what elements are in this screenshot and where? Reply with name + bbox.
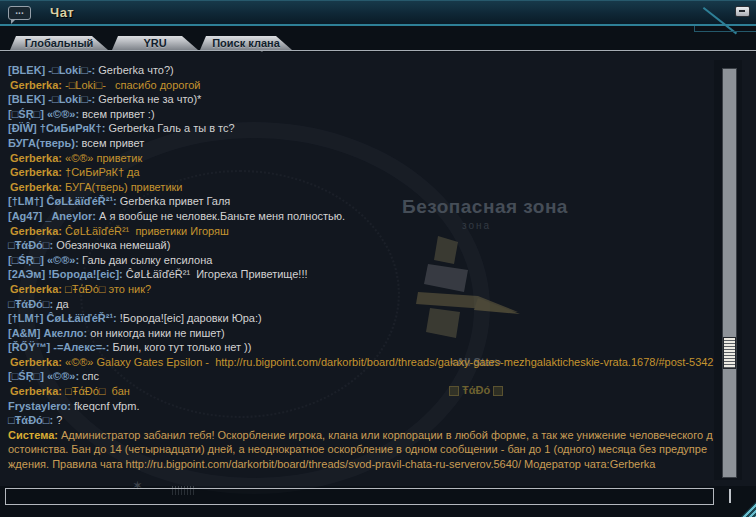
chat-message: Frystaylero: fkeqcnf vfpm. — [8, 399, 714, 414]
chat-message: [BLEK] -□Loki□-: Gerberka что?) — [8, 63, 714, 78]
sender-name: □ŦάĐó□: — [8, 239, 53, 251]
message-text: ĈøLŁäîďéŘ²¹ Игореха Приветище!!! — [123, 268, 308, 280]
tab-clan-search[interactable]: Поиск клана — [200, 36, 292, 50]
chat-message: □ŦάĐó□: да — [8, 297, 714, 312]
chat-window: ... Чат Глобальный YRU Поиск клана Безоп… — [0, 0, 756, 517]
message-text: Gerberka что?) — [95, 64, 174, 76]
message-text: Gerberka привет Галя — [117, 195, 231, 207]
sender-name: Gerberka: — [10, 283, 62, 295]
chat-message: [Ag47] _Aneylor: А я вообще не человек.Б… — [8, 209, 714, 224]
sender-name: Gerberka: — [10, 385, 62, 397]
sender-name: [□ŚŖ□] «©®»: — [8, 370, 79, 382]
chat-message: [2АЭм] !Борода![eic]: ĈøLŁäîďéŘ²¹ Игорех… — [8, 267, 714, 282]
sender-name: [A&M] Акелло: — [8, 327, 87, 339]
chat-message: [BLEK] -□Loki□-: Gerberka не за что)* — [8, 92, 714, 107]
message-text: да — [53, 298, 69, 310]
sender-name: [BLEK] -□Loki□-: — [8, 64, 95, 76]
sender-name: □ŦάĐó□: — [8, 414, 53, 426]
tab-underline — [0, 50, 756, 51]
chat-message-list: [BLEK] -□Loki□-: Gerberka что?)Gerberka:… — [8, 63, 714, 472]
scrollbar-thumb[interactable] — [722, 68, 737, 478]
message-text: ? — [53, 414, 62, 426]
chat-message: Gerberka: БУГА(тверь) приветики — [8, 180, 714, 195]
sender-name: Gerberka: — [10, 166, 62, 178]
message-text: fkeqcnf vfpm. — [71, 400, 139, 412]
chat-message: [ŘŐŸ™] -=Алекс=-: Блин, кого тут только … — [8, 340, 714, 355]
sender-name: [ŘŐŸ™] -=Алекс=-: — [8, 341, 109, 353]
message-text: спс — [79, 370, 99, 382]
message-text: Галь даи сылку епсилона — [79, 254, 212, 266]
chat-message: [†LM†] ĈøLŁäïďéŘ²¹: Gerberka привет Галя — [8, 194, 714, 209]
sender-name: □ŦάĐó□: — [8, 298, 53, 310]
chat-message: [ĐÏŴ] †СиБиРяК†: Gerberka Галь а ты в тс… — [8, 121, 714, 136]
chat-message: [□ŚŖ□] «©®»: всем привет :) — [8, 107, 714, 122]
title-bar[interactable]: ... Чат — [0, 0, 756, 26]
sender-name: [2АЭм] !Борода![eic]: — [8, 268, 123, 280]
scrollbar-grip[interactable] — [723, 337, 736, 369]
message-text: «©®» приветик — [62, 152, 142, 164]
message-text: БУГА(тверь) приветики — [62, 181, 183, 193]
sender-name: [□ŚŖ□] «©®»: — [8, 254, 79, 266]
minimize-button[interactable] — [735, 6, 750, 17]
chat-message: Gerberka: □ŦάĐó□ бан — [8, 384, 714, 399]
message-text: всем привет — [79, 137, 145, 149]
message-text: А я вообще не человек.Баньте меня полнос… — [96, 210, 345, 222]
sender-name: Gerberka: — [10, 356, 62, 368]
chat-message: Gerberka: «©®» Galaxy Gates Epsilon - ht… — [8, 355, 714, 370]
input-caret-decor — [729, 489, 731, 503]
chat-message: Gerberka: «©®» приветик — [8, 151, 714, 166]
message-text: «©®» Galaxy Gates Epsilon - http://ru.bi… — [62, 356, 714, 368]
titlebar-step-decor — [694, 26, 756, 32]
message-text: -□Loki□- спасибо дорогой — [62, 79, 201, 91]
sender-name: Gerberka: — [10, 181, 62, 193]
sender-name: Система: — [8, 429, 58, 441]
sender-name: [□ŚŖ□] «©®»: — [8, 108, 79, 120]
sender-name: БУГА(тверь): — [8, 137, 79, 149]
message-text: Администратор забанил тебя! Оскорбление … — [8, 429, 713, 470]
chat-message: Gerberka: ĈøLŁäîďéŘ²¹ приветики Игоряш — [8, 224, 714, 239]
chat-message: [□ŚŖ□] «©®»: Галь даи сылку епсилона — [8, 253, 714, 268]
tab-global[interactable]: Глобальный — [10, 36, 108, 50]
minimize-icon — [739, 10, 745, 12]
chat-message: Gerberka: □ŦάĐó□ это ник? — [8, 282, 714, 297]
chat-message: Gerberka: †СиБиРяК† да — [8, 165, 714, 180]
resize-handle[interactable] — [741, 502, 756, 517]
chat-message: □ŦάĐó□: ? — [8, 413, 714, 428]
tab-yru[interactable]: YRU — [112, 36, 198, 50]
window-title: Чат — [50, 5, 74, 20]
message-text: он никогда ники не пишет) — [87, 327, 225, 339]
message-text: †СиБиРяК† да — [62, 166, 140, 178]
message-text: Блин, кого тут только нет )) — [109, 341, 251, 353]
message-text: Gerberka не за что)* — [95, 93, 201, 105]
chat-message-system: Система: Администратор забанил тебя! Оск… — [8, 428, 714, 472]
chat-input[interactable] — [5, 488, 714, 505]
sender-name: [†LM†] ĈøLŁäïďéŘ²¹: — [8, 312, 117, 324]
message-text: всем привет :) — [79, 108, 155, 120]
chat-bubble-icon: ... — [8, 6, 31, 20]
sender-name: [ĐÏŴ] †СиБиРяК†: — [8, 122, 105, 134]
sender-name: [†LM†] ĈøLŁäïďéŘ²¹: — [8, 195, 117, 207]
chat-message: [†LM†] ĈøLŁäïďéŘ²¹: !Борода![eic] даровк… — [8, 311, 714, 326]
chat-message: [A&M] Акелло: он никогда ники не пишет) — [8, 326, 714, 341]
chat-message: БУГА(тверь): всем привет — [8, 136, 714, 151]
message-text: □ŦάĐó□ это ник? — [62, 283, 151, 295]
sender-name: Gerberka: — [10, 79, 62, 91]
message-text: □ŦάĐó□ бан — [62, 385, 130, 397]
message-text: !Борода![eic] даровки Юра:) — [117, 312, 262, 324]
message-text: Обезяночка немешай) — [53, 239, 170, 251]
sender-name: [Ag47] _Aneylor: — [8, 210, 96, 222]
message-text: ĈøLŁäîďéŘ²¹ приветики Игоряш — [62, 225, 229, 237]
sender-name: Gerberka: — [10, 225, 62, 237]
sender-name: Gerberka: — [10, 152, 62, 164]
chat-message: [□ŚŖ□] «©®»: спс — [8, 369, 714, 384]
chat-message: Gerberka: -□Loki□- спасибо дорогой — [8, 78, 714, 93]
message-text: Gerberka Галь а ты в тс? — [105, 122, 234, 134]
sender-name: Frystaylero: — [8, 400, 71, 412]
sender-name: [BLEK] -□Loki□-: — [8, 93, 95, 105]
chat-message: □ŦάĐó□: Обезяночка немешай) — [8, 238, 714, 253]
